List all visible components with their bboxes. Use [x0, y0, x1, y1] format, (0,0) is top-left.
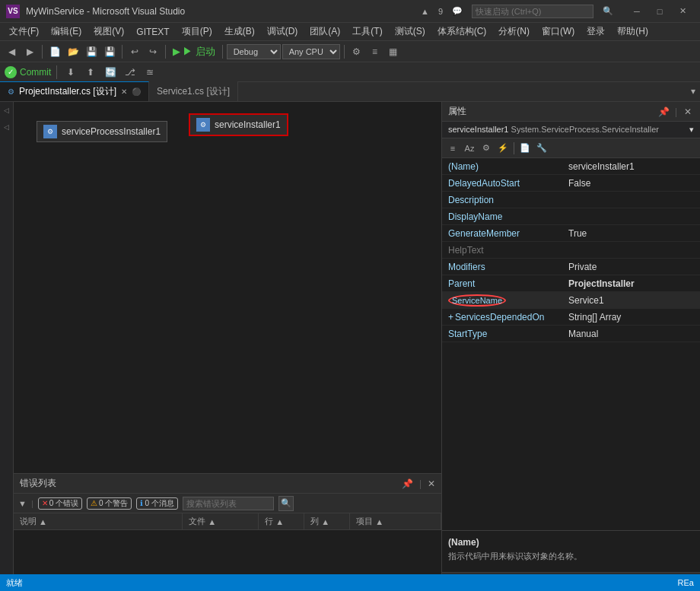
- error-list-pin[interactable]: 📌: [402, 478, 413, 489]
- col-description-sort[interactable]: ▲: [39, 517, 47, 526]
- quick-launch-input[interactable]: [472, 5, 593, 18]
- prop-row-servicesdepended[interactable]: +ServicesDependedOn String[] Array: [442, 309, 700, 326]
- prop-row-description[interactable]: Description: [442, 192, 700, 208]
- prop-events-btn[interactable]: ⚡: [495, 141, 511, 156]
- component-serviceinstaller1[interactable]: ⚙ serviceInstaller1: [189, 113, 288, 136]
- prop-starttype-label: StartType: [442, 329, 564, 339]
- menu-tools[interactable]: 工具(T): [346, 23, 388, 41]
- tab-projectinstaller-close[interactable]: ✕: [121, 87, 127, 96]
- close-button[interactable]: ✕: [671, 4, 694, 19]
- prop-row-modifiers[interactable]: Modifiers Private: [442, 259, 700, 275]
- menu-analyze[interactable]: 分析(N): [492, 23, 536, 41]
- commit-button[interactable]: ✓ Commit: [5, 66, 51, 78]
- tab-projectinstaller[interactable]: ⚙ ProjectInstaller.cs [设计] ✕ ⚫: [0, 81, 149, 101]
- menu-help[interactable]: 帮助(H): [611, 23, 654, 41]
- main-toolbar: ◀ ▶ 📄 📂 💾 💾 ↩ ↪ ▶ ▶ 启动 Debug Release Any…: [0, 41, 700, 62]
- extra-btn-3[interactable]: ▦: [385, 43, 402, 60]
- error-list-column-header: 说明 ▲ 文件 ▲ 行 ▲ 列 ▲: [14, 513, 441, 530]
- prop-object-type: System.ServiceProcess.ServiceInstaller: [511, 125, 659, 134]
- col-project-label: 项目: [356, 516, 373, 527]
- save-btn[interactable]: 💾: [83, 43, 100, 60]
- prop-row-name[interactable]: (Name) serviceInstaller1: [442, 158, 700, 175]
- minimize-button[interactable]: ─: [625, 4, 648, 19]
- extra-btn-1[interactable]: ⚙: [348, 43, 365, 60]
- prop-parent-label: Parent: [442, 278, 564, 289]
- component-serviceprocessinstaller1[interactable]: ⚙ serviceProcessInstaller1: [37, 121, 167, 142]
- prop-props-btn[interactable]: ⚙: [479, 141, 494, 156]
- config-select[interactable]: Debug Release: [227, 44, 281, 59]
- prop-alpha-btn[interactable]: Az: [462, 141, 477, 156]
- left-marker-strip: ◁ ◁: [0, 102, 14, 591]
- menu-test[interactable]: 测试(S): [389, 23, 431, 41]
- menu-view[interactable]: 视图(V): [88, 23, 130, 41]
- menu-debug[interactable]: 调试(D): [261, 23, 304, 41]
- marker-btn-2[interactable]: ◁: [2, 122, 12, 132]
- marker-btn-1[interactable]: ◁: [2, 105, 12, 116]
- play-button[interactable]: ▶ ▶ 启动: [170, 43, 218, 60]
- prop-row-servicename[interactable]: ServiceName Service1: [442, 292, 700, 309]
- prop-row-starttype[interactable]: StartType Manual: [442, 326, 700, 342]
- maximize-button[interactable]: □: [648, 4, 671, 19]
- col-line-sort[interactable]: ▲: [275, 517, 284, 526]
- extra-btn-2[interactable]: ≡: [367, 43, 383, 60]
- branch-btn[interactable]: ⎇: [122, 64, 138, 81]
- menu-project[interactable]: 项目(P): [176, 23, 218, 41]
- warning-filter-badge[interactable]: ⚠ 0 个警告: [87, 497, 132, 510]
- redo-btn[interactable]: ↪: [145, 43, 161, 60]
- back-btn[interactable]: ◀: [3, 43, 20, 60]
- menu-file[interactable]: 文件(F): [3, 23, 45, 41]
- prop-row-parent[interactable]: Parent ProjectInstaller: [442, 275, 700, 292]
- prop-page-btn[interactable]: 📄: [517, 141, 533, 156]
- properties-panel: 属性 📌 | ✕ serviceInstaller1 System.Servic…: [441, 102, 700, 591]
- prop-object-dropdown[interactable]: ▾: [689, 125, 694, 135]
- branch-sync-btn[interactable]: 🔄: [102, 64, 119, 81]
- search-icon: 🔍: [603, 6, 613, 16]
- error-search-button[interactable]: 🔍: [278, 496, 294, 511]
- platform-select[interactable]: Any CPU x86 x64: [282, 44, 340, 59]
- prop-row-generatemember[interactable]: GenerateMember True: [442, 225, 700, 242]
- prop-generatemember-value: True: [564, 228, 700, 239]
- error-filter-badge[interactable]: ✕ 0 个错误: [38, 497, 82, 510]
- new-btn[interactable]: 📄: [46, 43, 63, 60]
- col-file-sort[interactable]: ▲: [208, 517, 216, 526]
- menu-team[interactable]: 团队(A): [304, 23, 346, 41]
- prop-desc-title: (Name): [448, 537, 694, 548]
- menu-gitext[interactable]: GITEXT: [130, 23, 175, 41]
- expand-icon[interactable]: +: [448, 312, 453, 323]
- error-search-input[interactable]: [183, 497, 274, 510]
- prop-categ-btn[interactable]: ≡: [445, 141, 460, 156]
- prop-row-helptext[interactable]: HelpText: [442, 242, 700, 259]
- col-project-sort[interactable]: ▲: [375, 517, 383, 526]
- tab-overflow-button[interactable]: ▾: [686, 81, 700, 101]
- prop-row-displayname[interactable]: DisplayName: [442, 208, 700, 225]
- undo-btn[interactable]: ↩: [126, 43, 143, 60]
- prop-extra-btn[interactable]: 🔧: [534, 141, 549, 156]
- branch-pull-btn[interactable]: ⬇: [62, 64, 79, 81]
- git-btn[interactable]: ≊: [142, 64, 158, 81]
- open-btn[interactable]: 📂: [65, 43, 81, 60]
- error-list-close[interactable]: ✕: [428, 478, 435, 489]
- error-list-panel: 错误列表 📌 | ✕ ▼ | ✕ 0 个错误 ⚠ 0 个警告: [14, 473, 441, 591]
- designer-surface[interactable]: ⚙ serviceProcessInstaller1 ⚙ serviceInst…: [14, 102, 441, 473]
- menu-edit[interactable]: 编辑(E): [45, 23, 88, 41]
- branch-push-btn[interactable]: ⬆: [82, 64, 99, 81]
- message-filter-badge[interactable]: ℹ 0 个消息: [136, 497, 177, 510]
- chat-icon: 💬: [452, 6, 463, 16]
- tab-service1[interactable]: Service1.cs [设计]: [149, 81, 238, 101]
- tab-projectinstaller-icon: ⚙: [8, 87, 14, 96]
- menu-signin[interactable]: 登录: [581, 23, 611, 41]
- menu-window[interactable]: 窗口(W): [536, 23, 581, 41]
- menu-build[interactable]: 生成(B): [218, 23, 261, 41]
- component-process-icon: ⚙: [43, 125, 57, 138]
- properties-pin[interactable]: 📌: [658, 106, 670, 118]
- content-area: ◁ ◁ ⚙ serviceProcessInstaller1 ⚙ service…: [0, 102, 700, 591]
- col-column-sort[interactable]: ▲: [321, 517, 329, 526]
- prop-description-label: Description: [442, 195, 564, 205]
- save-all-btn[interactable]: 💾: [101, 43, 118, 60]
- toolbar-sep-2: [122, 45, 123, 59]
- prop-row-delayedauto[interactable]: DelayedAutoStart False: [442, 175, 700, 192]
- menu-architecture[interactable]: 体系结构(C): [431, 23, 493, 41]
- properties-close[interactable]: ✕: [682, 106, 694, 118]
- col-column-label: 列: [310, 516, 319, 527]
- forward-btn[interactable]: ▶: [21, 43, 38, 60]
